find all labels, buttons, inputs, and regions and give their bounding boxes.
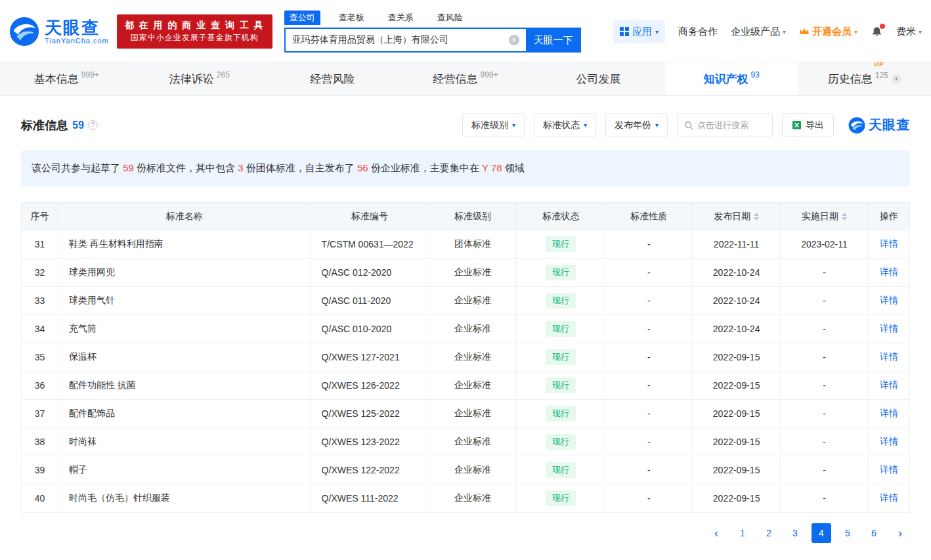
tab-label: 经营信息 (433, 72, 478, 87)
filter-standard-level[interactable]: 标准级别 ▾ (462, 113, 525, 137)
tab-label: 公司发展 (576, 72, 621, 87)
summary-segment: 份企业标准，主要集中在 (368, 162, 482, 173)
filter-standard-status[interactable]: 标准状态 ▾ (534, 113, 596, 137)
chevron-down-icon: ▾ (584, 121, 587, 129)
detail-link[interactable]: 详情 (880, 238, 898, 249)
open-vip-button[interactable]: 开通会员 ▾ (799, 26, 857, 38)
search-tab-company[interactable]: 查公司 (284, 11, 320, 25)
search-tab-relation[interactable]: 查关系 (383, 11, 419, 25)
table-search-input[interactable] (697, 120, 763, 130)
section-head: 标准信息 59 ? 标准级别 ▾ 标准状态 ▾ 发布年份 ▾ (21, 113, 910, 137)
sort-icon[interactable] (842, 213, 847, 221)
detail-link[interactable]: 详情 (880, 351, 898, 362)
search-tab-boss[interactable]: 查老板 (334, 11, 370, 25)
tab-label: 基本信息 (34, 72, 79, 87)
summary-text: 该公司共参与起草了 59 份标准文件，其中包含 3 份团体标准，自主发布了 56… (32, 162, 525, 173)
page-button-5[interactable]: 5 (838, 523, 857, 543)
search-button[interactable]: 天眼一下 (526, 28, 581, 53)
standard-code: Q/ASC 010-2020 (311, 315, 429, 343)
standard-code: Q/XWES 122-2022 (311, 456, 429, 485)
filter-label: 标准状态 (543, 119, 580, 131)
chevron-down-icon: ▾ (783, 28, 786, 35)
standard-code: Q/XWES 123-2022 (311, 428, 429, 456)
tab-operation-info[interactable]: 经营信息 999+ (399, 62, 532, 95)
status-badge: 现行 (546, 293, 576, 309)
standard-status: 现行 (517, 287, 605, 315)
section-count: 59 (72, 119, 84, 131)
table-search-box[interactable] (677, 113, 773, 137)
page-button-3[interactable]: 3 (785, 523, 805, 543)
standard-code: Q/XWES 111-2022 (311, 485, 429, 513)
col-standard-code: 标准编号 (311, 203, 429, 230)
enterprise-products-menu[interactable]: 企业级产品 ▾ (731, 26, 786, 38)
tab-company-development[interactable]: 公司发展 (532, 62, 665, 95)
row-action: 详情 (868, 259, 909, 287)
table-row: 35保温杯Q/XWES 127-2021企业标准现行-2022-09-15-详情 (22, 343, 910, 372)
page-button-4[interactable]: 4 (812, 523, 831, 543)
tab-operation-risk[interactable]: 经营风险 (266, 62, 399, 95)
filter-label: 发布年份 (615, 119, 651, 131)
enterprise-products-label: 企业级产品 (731, 26, 780, 38)
page-button-1[interactable]: 1 (733, 523, 752, 543)
col-standard-name: 标准名称 (58, 203, 311, 230)
user-menu[interactable]: 费米 ▾ (896, 26, 922, 38)
help-icon[interactable]: ? (88, 120, 98, 130)
pagination-next[interactable]: › (890, 523, 910, 543)
detail-link[interactable]: 详情 (880, 464, 898, 475)
page-button-6[interactable]: 6 (864, 523, 884, 543)
publish-date: 2022-11-11 (693, 230, 781, 259)
section-title: 标准信息 (21, 118, 68, 133)
implement-date: - (781, 315, 869, 343)
apps-button[interactable]: 应用 ▾ (613, 20, 665, 43)
slogan-line2: 国家中小企业发展子基金旗下机构 (125, 32, 265, 44)
pagination-prev[interactable]: ‹ (706, 523, 726, 543)
publish-date: 2022-09-15 (693, 456, 781, 485)
detail-link[interactable]: 详情 (880, 408, 898, 418)
notification-bell[interactable] (871, 26, 883, 38)
implement-date: - (781, 400, 869, 428)
status-badge: 现行 (546, 349, 576, 365)
detail-link[interactable]: 详情 (880, 492, 898, 503)
tab-intellectual-property[interactable]: 知识产权 93 (665, 62, 798, 95)
tab-basic-info[interactable]: 基本信息 999+ (0, 62, 133, 95)
tab-history-info[interactable]: 历史信息 VIP 125 ▾ (798, 62, 931, 95)
tianyancha-logo-icon (848, 117, 865, 134)
company-search-input[interactable] (284, 28, 526, 53)
tab-count: 125 (875, 71, 888, 80)
detail-link[interactable]: 详情 (880, 379, 898, 390)
business-cooperation-link[interactable]: 商务合作 (678, 26, 718, 38)
tab-count: 93 (751, 70, 760, 79)
sort-icon[interactable] (754, 213, 759, 221)
detail-link[interactable]: 详情 (880, 323, 898, 334)
row-index: 34 (22, 315, 58, 343)
slogan-line1: 都 在 用 的 商 业 查 询 工 具 (125, 19, 265, 32)
implement-date: - (781, 259, 869, 287)
export-button[interactable]: 导出 (782, 113, 834, 137)
row-action: 详情 (868, 428, 909, 456)
summary-highlight: Y 78 (482, 162, 502, 173)
clear-icon[interactable]: × (509, 35, 519, 45)
search-tab-risk[interactable]: 查风险 (432, 11, 468, 25)
col-implement-date[interactable]: 实施日期 (781, 203, 869, 230)
tianyancha-logo[interactable]: 天眼查 TianYanCha.com (9, 16, 109, 47)
detail-link[interactable]: 详情 (880, 295, 898, 305)
filter-publish-year[interactable]: 发布年份 ▾ (605, 113, 668, 137)
detail-link[interactable]: 详情 (880, 267, 898, 277)
col-publish-date[interactable]: 发布日期 (693, 203, 781, 230)
publish-date: 2022-10-24 (693, 259, 781, 287)
page-button-2[interactable]: 2 (759, 523, 779, 543)
detail-link[interactable]: 详情 (880, 436, 898, 446)
publish-date: 2022-10-24 (693, 287, 781, 315)
open-vip-label: 开通会员 (812, 26, 852, 38)
watermark-label: 天眼查 (869, 116, 910, 134)
standard-nature: - (605, 315, 693, 343)
chevron-down-icon: ▾ (512, 121, 515, 129)
collapse-arrow-icon[interactable]: ▾ (892, 74, 901, 84)
header-right-nav: 应用 ▾ 商务合作 企业级产品 ▾ 开通会员 ▾ 费米 ▾ (613, 20, 922, 43)
tab-legal-litigation[interactable]: 法律诉讼 265 (133, 62, 267, 95)
standard-status: 现行 (517, 343, 605, 372)
standard-level: 团体标准 (429, 230, 517, 259)
row-action: 详情 (868, 485, 909, 513)
standard-name: 时尚袜 (58, 428, 311, 456)
tab-count: 265 (217, 70, 230, 79)
